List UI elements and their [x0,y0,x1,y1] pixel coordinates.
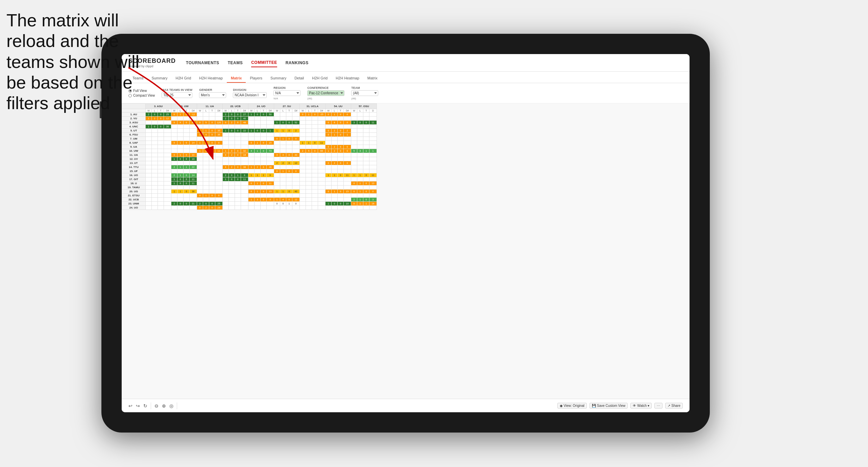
cell-21-8-dif: 3 [369,198,377,202]
cell-2-7-t: 0 [338,121,344,125]
cell-20-7-w [326,194,332,198]
cell-0-8-t [363,113,369,117]
refresh-button[interactable]: ↻ [143,403,147,409]
cell-11-6-t [312,157,318,161]
cell-22-5-l: 0 [280,202,286,206]
cell-11-8-l [357,157,363,161]
cell-17-6-t [312,181,318,186]
nav-rankings[interactable]: RANKINGS [286,59,309,67]
cell-12-4-t [261,161,267,165]
watch-button[interactable]: 👁 Watch ▾ [630,403,652,409]
cell-17-8-w: 0 [351,181,357,186]
cell-0-6-dif: -25 [318,113,326,117]
cell-8-5-dif [292,145,300,149]
cell-18-7-l [332,186,338,190]
undo-button[interactable]: ↩ [128,403,132,409]
reset-view-button[interactable]: ◎ [169,403,173,409]
cell-16-8-dif [369,177,377,181]
cell-23-1-dif [190,206,197,210]
filter-region-select[interactable]: N/A [273,90,300,96]
cell-20-0-dif [164,194,171,198]
cell-20-1-dif [190,194,197,198]
tab-players-h2h-grid[interactable]: H2H Grid [308,74,332,83]
cell-5-8-dif [369,133,377,137]
cell-16-8-t [363,177,369,181]
cell-23-5-dif [292,206,300,210]
cell-11-5-l [280,157,286,161]
cell-20-4-w [248,194,255,198]
cell-12-4-dif [267,161,274,165]
cell-11-7-l [332,157,338,161]
cell-10-5-dif: 40 [292,153,300,157]
more-options-button[interactable]: ⋯ [654,403,662,409]
cell-22-6-w [300,202,306,206]
view-original-icon: ◉ [560,404,563,408]
sh-uo-w: W [248,109,255,113]
cell-14-7-t [338,169,344,173]
cell-17-4-t: 0 [261,181,267,186]
cell-13-4-t: 0 [261,165,267,169]
cell-7-7-t [338,141,344,145]
tab-players-summary[interactable]: Summary [266,74,290,83]
cell-2-7-l: 6 [332,121,338,125]
cell-20-4-l [255,194,261,198]
cell-15-4-t: 1 [261,173,267,177]
cell-17-7-t [338,181,344,186]
cell-22-4-t [261,202,267,206]
cell-23-4-t [261,206,267,210]
zoom-out-button[interactable]: ⊖ [154,403,159,409]
share-button[interactable]: ↗ Share [665,403,683,409]
tab-players-matrix[interactable]: Matrix [363,74,382,83]
cell-5-5-dif [292,133,300,137]
cell-22-5-t: 1 [286,202,292,206]
cell-17-7-w [326,181,332,186]
tab-detail[interactable]: Detail [290,74,308,83]
cell-3-5-t [286,125,292,129]
cell-3-4-t [261,125,267,129]
cell-17-4-l: 1 [255,181,261,186]
cell-0-7-t: 0 [338,113,344,117]
sh-su-w: W [274,109,280,113]
cell-9-5-dif [292,149,300,153]
tab-players[interactable]: Players [246,74,266,83]
cell-4-8-dif [369,129,377,133]
cell-19-5-l: 1 [280,190,286,194]
cell-12-4-l [255,161,261,165]
cell-6-5-t: 0 [286,137,292,141]
cell-0-4-dif: 50 [267,113,274,117]
zoom-in-button[interactable]: ⊕ [162,403,166,409]
cell-3-6-l [306,125,312,129]
filter-conference-select[interactable]: Pac-12 Conference [307,90,344,96]
filter-division-select[interactable]: NCAA Division I [233,92,267,98]
cell-6-8-l [357,137,363,141]
view-original-button[interactable]: ◉ View: Original [557,403,587,409]
cell-23-6-dif [318,206,326,210]
cell-10-8-t [363,153,369,157]
cell-2-6-w [300,121,306,125]
cell-15-7-dif: 11 [344,173,351,177]
cell-19-6-l [306,190,312,194]
cell-21-3-t [235,198,241,202]
col-header-ucla: 31. UCLA [300,104,326,109]
cell-14-5-w: 0 [274,169,280,173]
cell-1-8-w [351,117,357,121]
cell-21-6-dif [318,198,326,202]
sh-ucla-w: W [300,109,306,113]
cell-3-4-dif [267,125,274,129]
cell-16-4-l [255,177,261,181]
save-custom-button[interactable]: 💾 Save Custom View [589,403,628,409]
cell-7-8-w [351,141,357,145]
filter-team-select[interactable]: (All) [351,90,378,96]
cell-13-8-w [351,165,357,169]
cell-21-0-w [146,198,152,202]
redo-button[interactable]: ↪ [136,403,140,409]
cell-12-6-l [306,161,312,165]
cell-9-6-t: 0 [312,149,318,153]
row-label-22: 23. UNM [122,202,146,206]
cell-21-5-w: 1 [274,198,280,202]
filter-conference: Conference Pac-12 Conference (All) [307,86,344,100]
cell-21-3-dif [241,198,248,202]
tab-players-h2h-heatmap[interactable]: H2H Heatmap [332,74,363,83]
nav-committee[interactable]: COMMITTEE [251,58,277,67]
cell-3-8-l [357,125,363,129]
